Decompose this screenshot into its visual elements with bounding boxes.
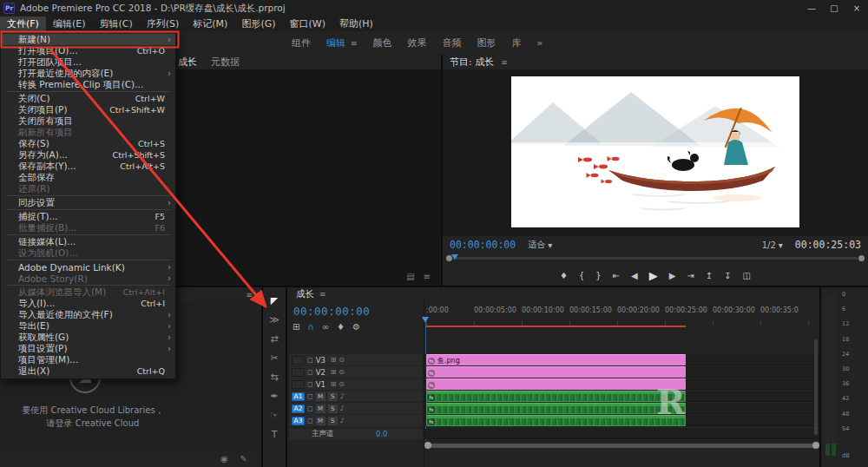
playback-resolution-dropdown[interactable]: 1/2▾ xyxy=(762,240,783,250)
menu-item-save-all[interactable]: 全部保存 xyxy=(1,172,175,183)
timeline-timecode[interactable]: 00:00:00:00 xyxy=(293,305,370,318)
menu-item-convert-premiere-clip[interactable]: 转换 Premiere Clip 项目(C)... xyxy=(1,79,175,90)
pen-tool[interactable]: ✒ xyxy=(266,388,283,405)
menu-item-new[interactable]: 新建(N)› xyxy=(1,34,175,45)
mark-out-icon[interactable]: } xyxy=(595,271,601,280)
program-timecode[interactable]: 00:00:00:00 xyxy=(450,239,516,251)
menu-item-import[interactable]: 导入(I)...Ctrl+I xyxy=(1,298,175,309)
zoom-handle-left[interactable] xyxy=(446,255,452,261)
add-marker-icon[interactable]: ♦ xyxy=(560,271,568,280)
hand-tool[interactable]: ☞ xyxy=(266,407,283,424)
track-output-icon[interactable]: ⊙ xyxy=(339,368,345,376)
ripple-edit-tool[interactable]: ⇄ xyxy=(266,331,283,347)
lock-icon[interactable]: ◻ xyxy=(307,417,313,424)
nest-icon[interactable]: ⊞ xyxy=(293,322,299,332)
minimize-button[interactable]: — xyxy=(800,3,823,13)
lock-icon[interactable]: ◻ xyxy=(307,380,313,388)
sync-lock-icon[interactable]: ⊞ xyxy=(331,368,337,376)
track-lane-a2[interactable]: fx xyxy=(424,403,819,414)
workspace-tab-editing[interactable]: 编辑 xyxy=(326,36,345,49)
type-tool[interactable]: T xyxy=(266,426,283,443)
menu-file[interactable]: 文件(F) xyxy=(0,16,46,31)
lock-icon[interactable]: ◻ xyxy=(307,368,313,376)
mute-button[interactable]: M xyxy=(316,392,326,401)
source-patch-a3[interactable]: A3 xyxy=(292,417,305,425)
go-to-in-icon[interactable]: ⇤ xyxy=(613,271,620,280)
panel-menu-icon[interactable]: ≡ xyxy=(501,58,508,67)
menu-item-save-copy[interactable]: 保存副本(Y)...Ctrl+Alt+S xyxy=(1,161,175,172)
timeline-clip-a1[interactable]: fx xyxy=(426,391,686,402)
menu-item-project-manager[interactable]: 项目管理(M)... xyxy=(1,354,175,365)
menu-item-link-media[interactable]: 链接媒体(L)... xyxy=(1,236,175,247)
menu-clip[interactable]: 剪辑(C) xyxy=(92,16,139,31)
timeline-settings-icon[interactable]: ⚙ xyxy=(352,322,360,332)
timeline-clip-v2[interactable]: fx xyxy=(426,366,686,378)
menu-item-get-properties[interactable]: 获取属性(G)› xyxy=(1,332,175,343)
close-button[interactable]: × xyxy=(845,3,868,13)
maximize-button[interactable]: □ xyxy=(823,3,845,13)
workspace-tab-graphics[interactable]: 图形 xyxy=(477,36,496,49)
workspace-tab-color[interactable]: 颜色 xyxy=(373,36,392,49)
menu-item-capture[interactable]: 捕捉(T)...F5 xyxy=(1,211,175,222)
timeline-tab[interactable]: 成长 xyxy=(296,288,314,300)
sync-lock-icon[interactable]: ⊞ xyxy=(331,380,337,388)
go-to-out-icon[interactable]: ⇥ xyxy=(687,271,694,280)
menu-item-close[interactable]: 关闭(C)Ctrl+W xyxy=(1,93,175,104)
lock-icon[interactable]: ◻ xyxy=(307,356,313,364)
workspace-tab-libraries[interactable]: 库 xyxy=(512,36,522,49)
workspace-tab-effects[interactable]: 效果 xyxy=(408,36,427,49)
add-marker-icon[interactable]: ♦ xyxy=(337,322,345,332)
lift-icon[interactable]: ↥ xyxy=(706,271,713,280)
program-scrubber[interactable] xyxy=(446,253,865,262)
tab-chengzhang[interactable]: 成长 xyxy=(178,56,197,69)
menu-item-import-recent-file[interactable]: 导入最近使用的文件(F)› xyxy=(1,309,175,320)
sync-lock-icon[interactable]: ⊞ xyxy=(331,356,337,364)
status-icon[interactable]: ◉ xyxy=(220,454,228,464)
menu-item-save[interactable]: 保存(S)Ctrl+S xyxy=(1,138,175,149)
menu-item-export[interactable]: 导出(E)› xyxy=(1,320,175,332)
timeline-clip-v1[interactable]: fx xyxy=(426,378,686,390)
timeline-horizontal-scrollbar[interactable] xyxy=(424,442,819,449)
timeline-vertical-scrollbar[interactable] xyxy=(814,339,818,435)
tab-metadata[interactable]: 元数据 xyxy=(211,56,240,69)
menu-item-close-project[interactable]: 关闭项目(P)Ctrl+Shift+W xyxy=(1,104,175,115)
master-track-lane[interactable] xyxy=(424,429,819,439)
zoom-level-dropdown[interactable]: 适合▾ xyxy=(528,239,552,251)
menu-item-sync-settings[interactable]: 同步设置› xyxy=(1,197,175,208)
menu-item-close-all-projects[interactable]: 关闭所有项目 xyxy=(1,115,175,127)
menu-graphics[interactable]: 图形(G) xyxy=(234,16,282,31)
export-frame-icon[interactable]: ◫ xyxy=(743,271,751,280)
menu-item-adobe-dynamic-link[interactable]: Adobe Dynamic Link(K)› xyxy=(1,261,175,273)
linked-selection-icon[interactable]: ∞ xyxy=(322,322,329,332)
menu-markers[interactable]: 标记(M) xyxy=(186,16,234,31)
panel-menu-icon[interactable]: ≡ xyxy=(246,291,253,299)
menu-edit[interactable]: 编辑(E) xyxy=(46,16,93,31)
source-patch[interactable] xyxy=(292,368,305,377)
menu-item-open-project[interactable]: 打开项目(O)...Ctrl+O xyxy=(1,45,175,56)
solo-button[interactable]: S xyxy=(328,405,338,413)
track-output-icon[interactable]: ⊙ xyxy=(339,356,345,364)
workspace-menu-icon[interactable]: ≡ xyxy=(351,39,358,48)
extract-icon[interactable]: ↧ xyxy=(724,271,731,280)
track-lane-v2[interactable]: fx xyxy=(424,366,819,378)
solo-button[interactable]: S xyxy=(328,392,338,401)
zoom-handle-right[interactable] xyxy=(858,255,865,261)
track-lane-a3[interactable]: fx xyxy=(424,415,819,426)
menu-item-project-settings[interactable]: 项目设置(P)› xyxy=(1,343,175,354)
step-forward-icon[interactable]: ▶ xyxy=(669,271,676,280)
source-patch-a1[interactable]: A1 xyxy=(292,392,305,401)
menu-item-open-recent[interactable]: 打开最近使用的内容(E)› xyxy=(1,68,175,79)
workspace-tab-assembly[interactable]: 组件 xyxy=(292,36,311,49)
edit-icon[interactable]: ✎ xyxy=(240,454,247,464)
timeline-clip-v3[interactable]: fx 鱼.png xyxy=(426,354,686,365)
track-lane-a1[interactable]: fx xyxy=(424,391,819,402)
slip-tool[interactable]: ⇆ xyxy=(266,369,283,385)
lock-icon[interactable]: ◻ xyxy=(307,405,313,412)
workspace-overflow-icon[interactable]: » xyxy=(537,37,543,49)
mark-in-icon[interactable]: { xyxy=(579,271,584,280)
solo-button[interactable]: S xyxy=(328,417,338,425)
menu-item-open-team-project[interactable]: 打开团队项目... xyxy=(1,56,175,68)
selection-tool[interactable]: ◤ xyxy=(266,293,283,309)
source-patch[interactable] xyxy=(292,380,305,389)
lock-icon[interactable]: ◻ xyxy=(307,392,313,400)
